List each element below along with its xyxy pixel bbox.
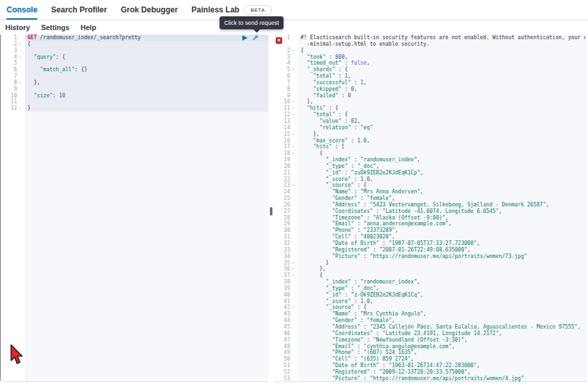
fold-marker xyxy=(290,227,296,234)
code-line: 8 "skipped" : 0, xyxy=(274,86,585,93)
fold-marker xyxy=(17,35,23,41)
tab-search-profiler[interactable]: Search Profiler xyxy=(51,0,106,20)
line-number-gutter: 7 xyxy=(274,80,298,86)
code-line: -minimal-setup.html to enable security. xyxy=(274,41,585,48)
fold-marker[interactable]: - xyxy=(290,260,296,267)
line-number-gutter: 36- xyxy=(274,266,298,272)
code-line: 35- } xyxy=(274,260,585,267)
code-line: 27 "Coordinates" : "Latitude -41.6074, L… xyxy=(274,208,585,215)
line-number-gutter: 12- xyxy=(274,112,298,118)
fold-marker xyxy=(290,189,296,195)
fold-marker[interactable]: - xyxy=(290,48,296,54)
menu-help[interactable]: Help xyxy=(80,24,96,31)
fold-marker xyxy=(290,41,296,48)
fold-marker[interactable]: - xyxy=(290,131,296,138)
kibana-dev-tools-window: Console Search Profiler Grok Debugger Pa… xyxy=(0,0,588,388)
fold-marker xyxy=(17,60,23,67)
fold-marker[interactable]: - xyxy=(290,67,296,73)
fold-marker[interactable]: - xyxy=(290,144,296,150)
fold-marker[interactable]: - xyxy=(290,99,296,105)
fold-marker xyxy=(290,202,296,208)
fold-marker[interactable]: - xyxy=(290,182,296,189)
fold-marker xyxy=(290,163,296,170)
code-line: 48 "Email" : "cynthia.angulo@example.com… xyxy=(274,344,585,350)
line-number-gutter: 13 xyxy=(274,118,298,125)
fold-marker[interactable]: - xyxy=(17,105,23,112)
fold-marker xyxy=(290,331,296,337)
line-number-gutter: 9 xyxy=(274,93,298,99)
error-badge-icon[interactable]: ✕ xyxy=(276,37,282,44)
menu-settings[interactable]: Settings xyxy=(41,24,69,31)
fold-marker[interactable]: - xyxy=(290,150,296,157)
line-number-gutter: 28 xyxy=(274,215,298,221)
line-number-gutter: 22 xyxy=(274,176,298,183)
fold-marker xyxy=(290,317,296,324)
code-line: 16 "max_score" : 1.0, xyxy=(274,138,585,144)
code-line: 29 "Email" : "anna.andersen@example.com"… xyxy=(274,221,585,227)
tab-painless-lab-label: Painless Lab xyxy=(191,5,239,14)
line-number-gutter: 11- xyxy=(274,105,298,112)
line-number-gutter: 25 xyxy=(274,195,298,202)
tab-console[interactable]: Console xyxy=(7,0,37,20)
fold-marker[interactable]: - xyxy=(17,54,23,61)
code-line: 34 "Picture" : "https://randomuser.me/ap… xyxy=(274,253,585,260)
play-icon[interactable] xyxy=(242,35,248,40)
response-viewer[interactable]: ✕ 1#! Elasticsearch built-in security fe… xyxy=(274,35,586,382)
line-number-gutter: 38 xyxy=(274,279,298,285)
fold-marker xyxy=(290,356,296,363)
menu-history[interactable]: History xyxy=(5,24,30,31)
fold-marker[interactable]: - xyxy=(290,304,296,311)
request-editor[interactable]: 1GET /randomuser_index/_search?pretty2-{… xyxy=(0,35,269,382)
line-number-gutter: 5- xyxy=(274,67,298,73)
fold-marker xyxy=(290,324,296,331)
line-number-gutter: 4 xyxy=(274,60,298,67)
fold-marker xyxy=(290,363,296,369)
tab-grok-debugger[interactable]: Grok Debugger xyxy=(121,0,178,20)
fold-marker[interactable]: - xyxy=(290,105,296,112)
line-number-gutter: 43 xyxy=(274,311,298,317)
fold-marker[interactable]: - xyxy=(290,112,296,118)
fold-marker xyxy=(290,369,296,376)
wrench-icon[interactable] xyxy=(252,35,259,41)
fold-marker xyxy=(290,292,296,299)
code-line: 8- }, xyxy=(1,80,269,86)
tab-console-label: Console xyxy=(7,5,37,14)
code-line: 30 "Phone" : "23373289", xyxy=(274,227,585,234)
code-line: 33 "Registered" : "2007-01-26T22:49:08.6… xyxy=(274,247,585,253)
code-line: 17- "hits" : [ xyxy=(274,144,585,150)
fold-marker[interactable]: - xyxy=(17,80,23,86)
code-line: 39 "_type" : "_doc", xyxy=(274,285,585,292)
line-number-gutter: 41 xyxy=(274,299,298,305)
send-request-tooltip-label: Click to send request xyxy=(224,20,279,26)
pane-resize-handle[interactable] xyxy=(270,207,272,216)
line-number-gutter: 53 xyxy=(274,376,298,382)
fold-marker[interactable]: - xyxy=(17,41,23,48)
fold-marker[interactable]: - xyxy=(290,266,296,272)
fold-marker xyxy=(290,118,296,125)
code-line: 52 "Registered" : "2009-12-13T20:20:33.5… xyxy=(274,369,585,376)
fold-marker xyxy=(290,247,296,253)
code-line: 42- "_source" : { xyxy=(274,304,585,311)
code-line: 9 xyxy=(1,86,269,93)
fold-marker xyxy=(290,240,296,247)
line-number-gutter: 5 xyxy=(1,60,25,67)
code-line: 25 "Gender" : "female", xyxy=(274,195,585,202)
fold-marker xyxy=(17,48,23,54)
line-number-gutter: 11 xyxy=(1,99,25,105)
code-line: 9 "failed" : 0 xyxy=(274,93,585,99)
fold-marker xyxy=(290,208,296,215)
code-line: 4 "timed_out" : false, xyxy=(274,60,585,67)
line-number-gutter: 50 xyxy=(274,356,298,363)
fold-marker xyxy=(290,138,296,144)
console-split-panes: 1GET /randomuser_index/_search?pretty2-{… xyxy=(0,35,586,382)
code-line: 43 "Name" : "Mrs Cynthia Angulo", xyxy=(274,311,585,317)
request-actions xyxy=(242,35,259,41)
code-line: 32 "Date of Birth" : "1987-07-05T17:33:2… xyxy=(274,240,585,247)
code-line: 2-{ xyxy=(274,48,585,54)
fold-marker xyxy=(290,35,296,41)
fold-marker xyxy=(290,93,296,99)
code-line: 24 "Name" : "Mrs Anna Andersen", xyxy=(274,189,585,195)
code-line: 7 xyxy=(1,73,269,80)
fold-marker[interactable]: - xyxy=(290,272,296,279)
fold-marker xyxy=(290,234,296,240)
